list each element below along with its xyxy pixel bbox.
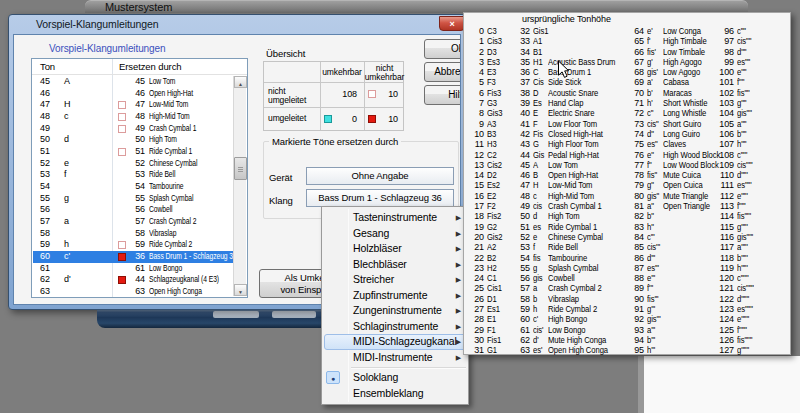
menu-item[interactable]: Zupfinstrumente ▶ xyxy=(322,288,468,304)
menu-item[interactable]: Schlaginstrumente ▶ xyxy=(322,319,468,335)
pitch-entry[interactable]: 49 cis Crash Cymbal 1 xyxy=(518,201,630,211)
pitch-entry[interactable]: 10 B3 xyxy=(471,129,517,139)
pitch-entry[interactable]: 98 d"" xyxy=(712,47,790,57)
menu-item[interactable]: Gesang ▶ xyxy=(322,226,468,242)
pitch-entry[interactable]: 35 H1 Acoustic Bass Drum xyxy=(518,57,630,67)
pitch-entry[interactable]: 55 g Splash Cymbal xyxy=(518,263,630,273)
pitch-entry[interactable]: 18 Fis2 xyxy=(471,211,517,221)
pitch-entry[interactable]: 45 A Low Tom xyxy=(518,160,630,170)
pitch-entry[interactable]: 124 e""" xyxy=(712,314,790,324)
pitch-entry[interactable]: 27 Es1 xyxy=(471,304,517,314)
table-row[interactable]: 58 58 Vibraslap xyxy=(33,228,234,240)
pitch-entry[interactable]: 125 f""" xyxy=(712,325,790,335)
table-row[interactable]: 55 g 55 Splash Cymbal xyxy=(33,193,234,205)
table-row[interactable]: 53 f 53 Ride Bell xyxy=(33,169,234,181)
pitch-entry[interactable]: 116 gis""' xyxy=(712,232,790,242)
pitch-entry[interactable]: 113 f""' xyxy=(712,201,790,211)
menu-item[interactable]: ● Soloklang xyxy=(322,370,468,386)
menu-item[interactable]: MIDI-Schlagzeugkanal ▶ xyxy=(322,334,468,350)
pitch-entry[interactable]: 110 d""' xyxy=(712,170,790,180)
scroll-thumb[interactable] xyxy=(234,157,247,180)
menu-item[interactable]: Tasteninstrumente ▶ xyxy=(322,210,468,226)
pitch-entry[interactable]: 50 d High Tom xyxy=(518,211,630,221)
pitch-entry[interactable]: 9 A3 xyxy=(471,119,517,129)
pitch-entry[interactable]: 51 es Ride Cymbal 1 xyxy=(518,222,630,232)
pitch-entry[interactable]: 103 g"" xyxy=(712,98,790,108)
pitch-entry[interactable]: 58 b Vibraslap xyxy=(518,294,630,304)
pitch-entry[interactable]: 16 E2 xyxy=(471,191,517,201)
pitch-entry[interactable]: 99 es"" xyxy=(712,57,790,67)
help-button[interactable]: Hilfe xyxy=(424,85,461,105)
pitch-entry[interactable]: 30 Fis1 xyxy=(471,335,517,345)
table-row[interactable]: 61 61 Low Bongo xyxy=(33,263,234,275)
pitch-entry[interactable]: 41 F Low Floor Tom xyxy=(518,119,630,129)
pitch-entry[interactable]: 34 B1 xyxy=(518,47,630,57)
pitch-entry[interactable]: 122 d""" xyxy=(712,294,790,304)
menu-item[interactable]: Holzbläser ▶ xyxy=(322,241,468,257)
table-row[interactable]: 49 49 Crash Cymbal 1 xyxy=(33,123,234,135)
scroll-up-button[interactable]: ▲ xyxy=(234,76,247,88)
pitch-entry[interactable]: 120 c""" xyxy=(712,273,790,283)
table-row[interactable]: 47 H 47 Low-Mid Tom xyxy=(33,99,234,111)
pitch-entry[interactable]: 0 C3 xyxy=(471,26,517,36)
pitch-entry[interactable]: 107 h"" xyxy=(712,139,790,149)
pitch-entry[interactable]: 44 Gis Pedal High-Hat xyxy=(518,150,630,160)
pitch-entry[interactable]: 22 B2 xyxy=(471,253,517,263)
pitch-entry[interactable]: 28 E1 xyxy=(471,314,517,324)
pitch-entry[interactable]: 32 Gis1 xyxy=(518,26,630,36)
menu-item[interactable]: MIDI-Instrumente ▶ xyxy=(322,350,468,366)
cancel-button[interactable]: Abbrechen xyxy=(424,62,461,82)
pitch-entry[interactable]: 31 G1 xyxy=(471,345,517,355)
table-row[interactable]: 48 c 48 High-Mid Tom xyxy=(33,111,234,123)
pitch-entry[interactable]: 42 Fis Closed High-Hat xyxy=(518,129,630,139)
table-row[interactable]: 59 h 59 Ride Cymbal 2 xyxy=(33,239,234,251)
close-button[interactable]: × xyxy=(439,16,465,31)
pitch-entry[interactable]: 121 cis""" xyxy=(712,283,790,293)
pitch-entry[interactable]: 100 e"" xyxy=(712,67,790,77)
menu-item[interactable]: Ensembleklang xyxy=(322,386,468,402)
pitch-entry[interactable]: 109 cis""' xyxy=(712,160,790,170)
pitch-entry[interactable]: 11 H3 xyxy=(471,139,517,149)
menu-item[interactable]: Blechbläser ▶ xyxy=(322,257,468,273)
pitch-entry[interactable]: 118 b""' xyxy=(712,253,790,263)
pitch-entry[interactable]: 17 F2 xyxy=(471,201,517,211)
pitch-entry[interactable]: 12 C2 xyxy=(471,150,517,160)
menu-item[interactable]: Streicher ▶ xyxy=(322,272,468,288)
pitch-entry[interactable]: 40 E Electric Snare xyxy=(518,108,630,118)
pitch-entry[interactable]: 3 Es3 xyxy=(471,57,517,67)
pitch-entry[interactable]: 60 c' High Bongo xyxy=(518,314,630,324)
scroll-down-button[interactable]: ▼ xyxy=(234,284,247,296)
pitch-entry[interactable]: 57 a Crash Cymbal 2 xyxy=(518,283,630,293)
pitch-entry[interactable]: 48 c High-Mid Tom xyxy=(518,191,630,201)
pitch-entry[interactable]: 13 Cis2 xyxy=(471,160,517,170)
pitch-entry[interactable]: 39 Es Hand Clap xyxy=(518,98,630,108)
pitch-entry[interactable]: 63 es' Open High Conga xyxy=(518,345,630,355)
pitch-entry[interactable]: 52 e Chinese Cymbal xyxy=(518,232,630,242)
pitch-entry[interactable]: 29 F1 xyxy=(471,325,517,335)
pitch-entry[interactable]: 26 D1 xyxy=(471,294,517,304)
pitch-entry[interactable]: 6 Fis3 xyxy=(471,88,517,98)
pitch-entry[interactable]: 56 gis Cowbell xyxy=(518,273,630,283)
pitch-entry[interactable]: 20 Gis2 xyxy=(471,232,517,242)
pitch-entry[interactable]: 2 D3 xyxy=(471,47,517,57)
pitch-entry[interactable]: 123 es""" xyxy=(712,304,790,314)
table-row[interactable]: 57 a 57 Crash Cymbal 2 xyxy=(33,216,234,228)
pitch-entry[interactable]: 36 C Bass Drum 1 xyxy=(518,67,630,77)
pitch-entry[interactable]: 106 b"" xyxy=(712,129,790,139)
pitch-entry[interactable]: 62 d' Mute High Conga xyxy=(518,335,630,345)
pitch-entry[interactable]: 23 H2 xyxy=(471,263,517,273)
pitch-entry[interactable]: 15 Es2 xyxy=(471,180,517,190)
pitch-entry[interactable]: 33 A1 xyxy=(518,36,630,46)
pitch-entry[interactable]: 101 f"" xyxy=(712,77,790,87)
pitch-entry[interactable]: 111 es""' xyxy=(712,180,790,190)
pitch-entry[interactable]: 37 Cis Side Stick xyxy=(518,77,630,87)
table-row[interactable]: 54 54 Tambourine xyxy=(33,181,234,193)
scrollbar[interactable]: ▲ ▼ xyxy=(233,76,246,296)
table-row[interactable]: 52 e 52 Chinese Cymbal xyxy=(33,158,234,170)
pitch-entry[interactable]: 112 e""' xyxy=(712,191,790,201)
pitch-entry[interactable]: 59 h Ride Cymbal 2 xyxy=(518,304,630,314)
pitch-entry[interactable]: 105 a"" xyxy=(712,119,790,129)
table-row[interactable]: 51 51 Ride Cymbal 1 xyxy=(33,146,234,158)
pitch-entry[interactable]: 19 G2 xyxy=(471,222,517,232)
table-row[interactable]: 56 56 Cowbell xyxy=(33,204,234,216)
